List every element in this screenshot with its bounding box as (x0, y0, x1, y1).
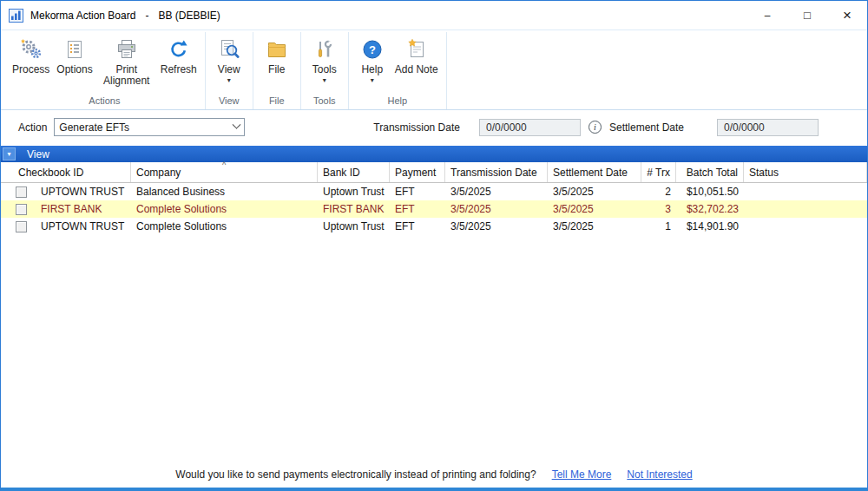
ribbon-group-tools: Tools ▾ Tools (301, 32, 349, 109)
settlement-date-label: Settlement Date (609, 121, 684, 134)
settlement-date-field[interactable]: 0/0/0000 (717, 119, 819, 136)
row-checkbox-cell (1, 187, 36, 198)
svg-text:?: ? (369, 43, 376, 56)
group-label-help: Help (353, 95, 442, 109)
action-selected-value: Generate EFTs (59, 121, 228, 134)
cell-company: Balanced Business (131, 186, 318, 198)
cell-transmission: 3/5/2025 (445, 220, 548, 232)
ribbon-group-actions: Process Options (4, 32, 206, 109)
refresh-icon (168, 36, 190, 62)
window-title: Mekorma Action Board (30, 10, 135, 22)
file-button[interactable]: File (258, 32, 296, 75)
view-bar-label: View (27, 148, 49, 160)
action-label: Action (18, 121, 47, 134)
tools-dropdown-icon: ▾ (323, 76, 326, 84)
col-payment[interactable]: Payment (390, 162, 445, 182)
cell-payment: EFT (390, 186, 445, 198)
settlement-date-value: 0/0/0000 (724, 121, 765, 134)
view-label: View (218, 64, 240, 75)
file-label: File (268, 64, 285, 75)
view-collapse-button[interactable]: ▾ (3, 147, 16, 160)
cell-transmission: 3/5/2025 (445, 186, 548, 198)
col-company[interactable]: ^ Company (131, 162, 318, 182)
cell-bank: FIRST BANK (318, 203, 390, 215)
row-checkbox-cell (1, 221, 36, 232)
help-question-icon: ? (361, 36, 384, 62)
table-row[interactable]: UPTOWN TRUST Complete Solutions Uptown T… (1, 218, 867, 235)
window-user: BB (DEBBIE) (158, 10, 220, 22)
cell-settlement: 3/5/2025 (548, 220, 641, 232)
window-controls: – □ × (747, 1, 867, 29)
cell-trx: 2 (641, 186, 676, 198)
help-button[interactable]: ? Help ▾ (353, 32, 391, 84)
add-note-icon (405, 36, 428, 62)
chevron-down-icon (233, 121, 241, 129)
minimize-button[interactable]: – (747, 1, 787, 29)
group-label-file: File (258, 95, 296, 109)
process-label: Process (12, 64, 49, 75)
transmission-date-label: Transmission Date (373, 121, 460, 134)
app-window: Mekorma Action Board - BB (DEBBIE) – □ × (0, 0, 868, 491)
footer-bar: Would you like to send payments electron… (1, 462, 867, 488)
col-batch-total[interactable]: Batch Total (676, 162, 744, 182)
row-checkbox[interactable] (16, 204, 27, 215)
table-row[interactable]: UPTOWN TRUST Balanced Business Uptown Tr… (1, 183, 867, 200)
cell-bank: Uptown Trust (318, 220, 390, 232)
add-note-label: Add Note (395, 64, 438, 75)
group-label-view: View (210, 95, 248, 109)
cell-settlement: 3/5/2025 (548, 186, 641, 198)
cell-payment: EFT (390, 220, 445, 232)
cell-trx: 3 (641, 203, 676, 215)
cell-settlement: 3/5/2025 (548, 203, 641, 215)
transmission-date-field[interactable]: 0/0/0000 (479, 119, 581, 136)
print-alignment-button[interactable]: Print Alignment (96, 32, 157, 87)
row-checkbox[interactable] (16, 221, 27, 232)
cell-company: Complete Solutions (131, 203, 318, 215)
ribbon: Process Options (1, 29, 867, 110)
col-trx[interactable]: # Trx (641, 162, 676, 182)
refresh-label: Refresh (161, 64, 197, 75)
view-button[interactable]: View ▾ (210, 32, 248, 84)
ribbon-group-file: File File (253, 32, 301, 109)
row-checkbox[interactable] (16, 187, 27, 198)
ribbon-group-help: ? Help ▾ (349, 32, 447, 109)
group-label-tools: Tools (306, 95, 344, 109)
col-checkbook-id[interactable]: Checkbook ID (1, 162, 131, 182)
refresh-button[interactable]: Refresh (157, 32, 201, 75)
not-interested-link[interactable]: Not Interested (627, 468, 692, 481)
cell-total: $32,702.23 (676, 203, 744, 215)
info-icon[interactable]: i (589, 121, 602, 134)
col-company-label: Company (136, 167, 181, 179)
tools-button[interactable]: Tools ▾ (306, 32, 344, 84)
options-list-icon (63, 36, 86, 62)
print-alignment-label: Print Alignment (100, 64, 154, 87)
tell-me-more-link[interactable]: Tell Me More (552, 468, 612, 481)
action-select[interactable]: Generate EFTs (54, 118, 245, 136)
cell-payment: EFT (390, 203, 445, 215)
col-bank-id[interactable]: Bank ID (318, 162, 390, 182)
app-icon (9, 9, 23, 23)
help-dropdown-icon: ▾ (371, 76, 374, 84)
help-label: Help (361, 64, 383, 75)
cell-checkbook: UPTOWN TRUST (36, 220, 131, 232)
cell-checkbook: UPTOWN TRUST (36, 186, 131, 198)
tools-label: Tools (312, 64, 337, 75)
view-dropdown-icon: ▾ (227, 76, 231, 84)
view-magnifier-icon (218, 36, 240, 62)
options-button[interactable]: Options (53, 32, 95, 75)
ribbon-group-view: View ▾ View (206, 32, 253, 109)
col-settlement-date[interactable]: Settlement Date (548, 162, 641, 182)
col-status[interactable]: Status (744, 162, 867, 182)
table-row[interactable]: FIRST BANK Complete Solutions FIRST BANK… (1, 200, 867, 218)
maximize-button[interactable]: □ (787, 1, 827, 29)
col-transmission-date[interactable]: Transmission Date (445, 162, 548, 182)
cell-total: $10,051.50 (676, 186, 744, 198)
process-button[interactable]: Process (9, 32, 53, 75)
cell-bank: Uptown Trust (318, 186, 390, 198)
title-dash: - (145, 10, 148, 22)
sort-asc-icon: ^ (222, 160, 226, 169)
table-header: Checkbook ID ^ Company Bank ID Payment T… (1, 162, 867, 183)
add-note-button[interactable]: Add Note (391, 32, 442, 75)
folder-icon (266, 36, 288, 62)
close-button[interactable]: × (827, 1, 867, 29)
